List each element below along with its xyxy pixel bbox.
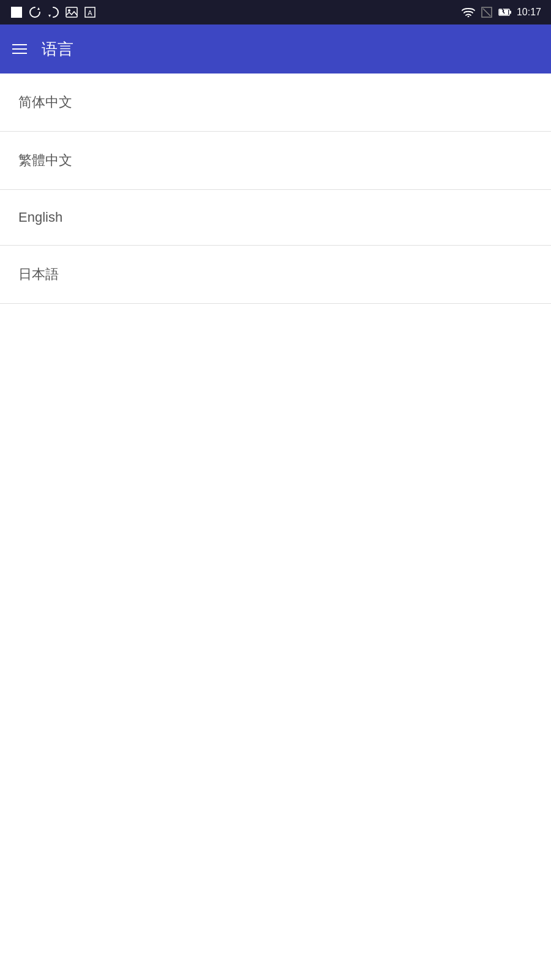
hamburger-line-3 xyxy=(12,53,27,54)
svg-rect-11 xyxy=(509,11,511,14)
language-item-traditional-chinese[interactable]: 繁體中文 xyxy=(0,132,551,190)
wifi-icon xyxy=(462,6,475,19)
square-icon xyxy=(10,6,23,19)
language-item-simplified-chinese[interactable]: 简体中文 xyxy=(0,74,551,132)
refresh-icon xyxy=(28,6,42,19)
image-icon xyxy=(65,6,78,19)
language-list: 简体中文繁體中文English日本語 xyxy=(0,74,551,304)
svg-marker-1 xyxy=(37,7,40,10)
svg-rect-3 xyxy=(66,7,77,17)
page-title: 语言 xyxy=(42,39,73,60)
svg-text:A: A xyxy=(88,9,92,17)
svg-rect-0 xyxy=(12,7,21,17)
status-bar-left: A xyxy=(10,6,97,19)
status-bar: A xyxy=(0,0,551,24)
language-label-japanese: 日本語 xyxy=(18,265,59,284)
status-time: 10:17 xyxy=(517,7,541,18)
hamburger-line-1 xyxy=(12,44,27,45)
svg-point-4 xyxy=(68,9,70,12)
language-label-simplified-chinese: 简体中文 xyxy=(18,93,72,111)
hamburger-menu-button[interactable] xyxy=(12,44,27,54)
status-bar-right: 10:17 xyxy=(462,6,541,19)
svg-marker-2 xyxy=(48,15,51,17)
language-item-english[interactable]: English xyxy=(0,190,551,246)
no-signal-icon xyxy=(480,6,493,19)
battery-icon xyxy=(498,6,512,19)
hamburger-line-2 xyxy=(12,48,27,50)
language-item-japanese[interactable]: 日本語 xyxy=(0,246,551,304)
sync-icon xyxy=(47,6,60,19)
language-label-traditional-chinese: 繁體中文 xyxy=(18,151,72,170)
svg-line-9 xyxy=(483,9,490,16)
app-bar: 语言 xyxy=(0,24,551,74)
language-label-english: English xyxy=(18,209,62,225)
text-icon: A xyxy=(83,6,97,19)
svg-point-7 xyxy=(467,16,469,17)
